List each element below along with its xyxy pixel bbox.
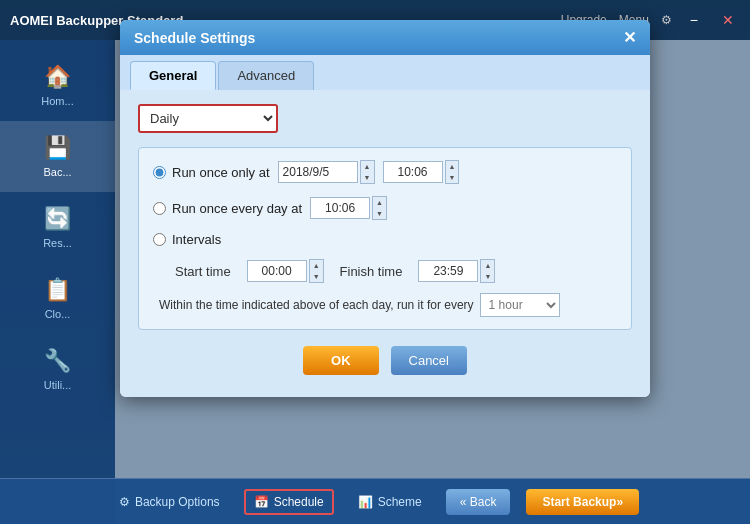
dialog-buttons: OK Cancel <box>138 346 632 381</box>
time-up-1-icon[interactable]: ▲ <box>446 161 459 172</box>
run-once-only-label[interactable]: Run once only at <box>153 165 270 180</box>
sidebar-item-backup-label: Bac... <box>43 166 71 178</box>
time-up-2-icon[interactable]: ▲ <box>373 197 386 208</box>
scheme-button[interactable]: 📊 Scheme <box>350 491 430 513</box>
sidebar-item-backup[interactable]: 💾 Bac... <box>0 121 115 192</box>
finish-time-group: ▲ ▼ <box>418 259 495 283</box>
ok-button[interactable]: OK <box>303 346 379 375</box>
start-down-icon[interactable]: ▼ <box>310 271 323 282</box>
run-once-only-row: Run once only at ▲ ▼ ▲ ▼ <box>153 160 617 184</box>
gear-icon[interactable]: ⚙ <box>661 13 672 27</box>
within-text: Within the time indicated above of each … <box>159 298 474 312</box>
run-every-day-row: Run once every day at ▲ ▼ <box>153 196 617 220</box>
tab-advanced[interactable]: Advanced <box>218 61 314 90</box>
date-up-icon[interactable]: ▲ <box>361 161 374 172</box>
sidebar-item-restore-label: Res... <box>43 237 72 249</box>
time-spin-1[interactable]: ▲ ▼ <box>445 160 460 184</box>
schedule-button[interactable]: 📅 Schedule <box>244 489 334 515</box>
run-once-only-radio[interactable] <box>153 166 166 179</box>
clone-icon: 📋 <box>44 277 71 303</box>
finish-time-spin[interactable]: ▲ ▼ <box>480 259 495 283</box>
schedule-settings-dialog: Schedule Settings ✕ General Advanced Dai… <box>120 20 650 397</box>
finish-time-input[interactable] <box>418 260 478 282</box>
hour-select[interactable]: 30 minutes 1 hour 2 hours 3 hours 6 hour… <box>480 293 560 317</box>
time-down-1-icon[interactable]: ▼ <box>446 172 459 183</box>
minimize-button[interactable]: − <box>684 10 704 30</box>
time-input-group-2: ▲ ▼ <box>310 196 387 220</box>
app-close-button[interactable]: ✕ <box>716 10 740 30</box>
start-finish-row: Start time ▲ ▼ Finish time ▲ ▼ <box>175 259 617 283</box>
dialog-body: Daily Weekly Monthly Once At Login Run o… <box>120 90 650 397</box>
date-spin[interactable]: ▲ ▼ <box>360 160 375 184</box>
sidebar-item-restore[interactable]: 🔄 Res... <box>0 192 115 263</box>
sidebar-item-home[interactable]: 🏠 Hom... <box>0 50 115 121</box>
time-input-2[interactable] <box>310 197 370 219</box>
run-every-day-radio[interactable] <box>153 202 166 215</box>
frequency-select[interactable]: Daily Weekly Monthly Once At Login <box>138 104 278 133</box>
time-down-2-icon[interactable]: ▼ <box>373 208 386 219</box>
time-input-group-1: ▲ ▼ <box>383 160 460 184</box>
options-section: Run once only at ▲ ▼ ▲ ▼ <box>138 147 632 330</box>
start-backup-button[interactable]: Start Backup» <box>526 489 639 515</box>
sidebar-item-utilities[interactable]: 🔧 Utili... <box>0 334 115 405</box>
time-spin-2[interactable]: ▲ ▼ <box>372 196 387 220</box>
app-background: AOMEI Backupper Standard Upgrade Menu ⚙ … <box>0 0 750 524</box>
start-up-icon[interactable]: ▲ <box>310 260 323 271</box>
cancel-button[interactable]: Cancel <box>391 346 467 375</box>
restore-icon: 🔄 <box>44 206 71 232</box>
tab-general[interactable]: General <box>130 61 216 90</box>
time-input-1[interactable] <box>383 161 443 183</box>
dialog-close-button[interactable]: ✕ <box>623 28 636 47</box>
intervals-row: Intervals <box>153 232 617 247</box>
intervals-radio[interactable] <box>153 233 166 246</box>
scheme-icon: 📊 <box>358 495 373 509</box>
backup-options-button[interactable]: ⚙ Backup Options <box>111 491 228 513</box>
bottom-bar: ⚙ Backup Options 📅 Schedule 📊 Scheme « B… <box>0 478 750 524</box>
start-time-label: Start time <box>175 264 231 279</box>
finish-time-label: Finish time <box>340 264 403 279</box>
finish-up-icon[interactable]: ▲ <box>481 260 494 271</box>
sidebar-item-clone-label: Clo... <box>45 308 71 320</box>
sidebar: 🏠 Hom... 💾 Bac... 🔄 Res... 📋 Clo... 🔧 Ut… <box>0 40 115 524</box>
dialog-tabs: General Advanced <box>120 55 650 90</box>
home-icon: 🏠 <box>44 64 71 90</box>
sidebar-item-utilities-label: Utili... <box>44 379 72 391</box>
start-time-group: ▲ ▼ <box>247 259 324 283</box>
within-row: Within the time indicated above of each … <box>159 293 617 317</box>
backup-icon: 💾 <box>44 135 71 161</box>
finish-down-icon[interactable]: ▼ <box>481 271 494 282</box>
date-down-icon[interactable]: ▼ <box>361 172 374 183</box>
back-button[interactable]: « Back <box>446 489 511 515</box>
date-input[interactable] <box>278 161 358 183</box>
dialog-title: Schedule Settings <box>134 30 255 46</box>
schedule-icon: 📅 <box>254 495 269 509</box>
utilities-icon: 🔧 <box>44 348 71 374</box>
gear-icon-bottom: ⚙ <box>119 495 130 509</box>
sidebar-item-clone[interactable]: 📋 Clo... <box>0 263 115 334</box>
frequency-dropdown-row: Daily Weekly Monthly Once At Login <box>138 104 632 133</box>
dialog-title-bar: Schedule Settings ✕ <box>120 20 650 55</box>
sidebar-item-home-label: Hom... <box>41 95 73 107</box>
date-input-group: ▲ ▼ <box>278 160 375 184</box>
run-every-day-label[interactable]: Run once every day at <box>153 201 302 216</box>
start-time-input[interactable] <box>247 260 307 282</box>
intervals-label[interactable]: Intervals <box>153 232 221 247</box>
start-time-spin[interactable]: ▲ ▼ <box>309 259 324 283</box>
